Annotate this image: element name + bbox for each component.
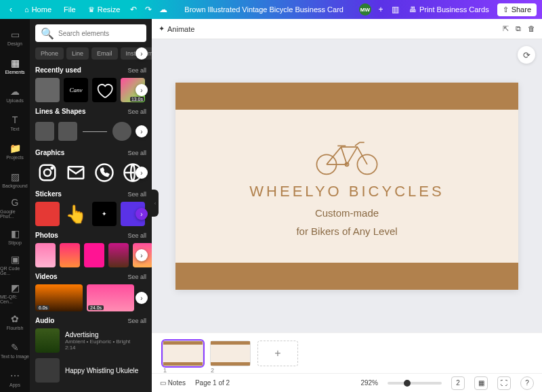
nav-stipop[interactable]: ◧Stipop: [0, 223, 30, 250]
business-card[interactable]: WHEELYO BICYCLES Custom-made for Bikers …: [175, 83, 518, 290]
chevron-left-icon[interactable]: ‹: [5, 4, 16, 15]
page-count-button[interactable]: 2: [451, 376, 465, 390]
add-page-button[interactable]: +: [257, 341, 298, 366]
video-thumb[interactable]: 6.0s: [35, 284, 83, 311]
section-audio-seeall[interactable]: See all: [127, 318, 146, 324]
audio-meta: Ambient • Euphoric • Bright: [65, 339, 130, 345]
nav-apps[interactable]: ⋯Apps: [0, 365, 30, 392]
zoom-slider-handle[interactable]: [404, 380, 411, 387]
export-icon[interactable]: ⇱: [503, 24, 509, 33]
search-box[interactable]: 🔍: [35, 24, 146, 42]
home-button[interactable]: ⌂Home: [20, 3, 56, 16]
nav-qr-code[interactable]: ▣QR Code Ge...: [0, 251, 30, 278]
sticker-pointer[interactable]: 👆: [64, 202, 88, 226]
photo-thumb[interactable]: [60, 243, 80, 267]
help-button[interactable]: ?: [520, 376, 534, 390]
notes-label: Notes: [168, 379, 186, 387]
section-lines-seeall[interactable]: See all: [127, 108, 146, 115]
canvas-stage[interactable]: ⟳ WHEELYO BICYCLES Custom-made for Biker…: [152, 39, 542, 332]
photo-thumb[interactable]: [84, 243, 104, 267]
animate-button[interactable]: ✦Animate: [159, 24, 194, 33]
shape-circle[interactable]: [112, 122, 131, 141]
search-input[interactable]: [58, 30, 144, 37]
lines-scroll-right[interactable]: ›: [136, 125, 148, 137]
sticker-sparkle[interactable]: ✦: [92, 202, 117, 226]
nav-label: Google Phot...: [0, 209, 30, 219]
nav-text-to-image[interactable]: ✎Text to Image: [0, 336, 30, 364]
recent-thumb[interactable]: [35, 78, 60, 102]
nav-uploads[interactable]: ☁Uploads: [0, 81, 30, 108]
nav-design[interactable]: ▭Design: [0, 24, 30, 51]
fullscreen-button[interactable]: ⛶: [497, 376, 511, 390]
nav-label: Text: [11, 127, 20, 131]
nav-text[interactable]: TText: [0, 110, 30, 137]
video-thumb[interactable]: 24.0s: [87, 284, 134, 311]
document-title[interactable]: Brown Illustrated Vintage Bicycle Busine…: [169, 5, 359, 14]
duplicate-page-icon[interactable]: ⧉: [516, 24, 521, 33]
chip-phone[interactable]: Phone: [35, 47, 64, 60]
bicycle-icon: [310, 135, 384, 176]
tti-icon: ✎: [11, 342, 19, 353]
audio-track[interactable]: AdvertisingAmbient • Euphoric • Bright2:…: [35, 328, 146, 353]
side-nav: ▭Design ▦Elements ☁Uploads TText 📁Projec…: [0, 19, 30, 392]
share-button[interactable]: ⇧Share: [497, 3, 537, 16]
section-audio-title: Audio: [35, 317, 54, 324]
graphic-email[interactable]: [64, 160, 88, 185]
undo-icon[interactable]: ↶: [128, 4, 139, 15]
shape-rounded[interactable]: [58, 122, 77, 141]
panel-collapse-handle[interactable]: ‹: [152, 190, 159, 217]
nav-me-qr[interactable]: ◩ME-QR: Cen...: [0, 280, 30, 307]
graphics-scroll-right[interactable]: ›: [136, 167, 148, 179]
recent-thumb[interactable]: Canv: [64, 78, 88, 102]
section-photos-seeall[interactable]: See all: [127, 232, 146, 239]
photo-thumb[interactable]: [35, 243, 56, 267]
print-button[interactable]: 🖶Print Business Cards: [405, 3, 493, 16]
recent-scroll-right[interactable]: ›: [136, 84, 148, 96]
avatar[interactable]: MW: [359, 3, 371, 16]
insights-icon[interactable]: ▥: [390, 4, 401, 15]
nav-elements[interactable]: ▦Elements: [0, 53, 30, 80]
section-stickers-seeall[interactable]: See all: [127, 191, 146, 198]
elements-panel: 🔍 Phone Line Email Instagram Fac... › Re…: [30, 19, 152, 392]
videos-scroll-right[interactable]: ›: [136, 292, 148, 304]
notes-button[interactable]: ▭ Notes: [160, 379, 186, 387]
chip-scroll-right[interactable]: ›: [136, 47, 148, 60]
nav-google-photos[interactable]: GGoogle Phot...: [0, 195, 30, 222]
photos-scroll-right[interactable]: ›: [136, 249, 148, 261]
nav-projects[interactable]: 📁Projects: [0, 138, 30, 165]
section-photos-title: Photos: [35, 232, 58, 239]
photo-thumb[interactable]: [108, 243, 129, 267]
chip-email[interactable]: Email: [91, 47, 118, 60]
section-recent-seeall[interactable]: See all: [127, 67, 146, 74]
section-graphics-title: Graphics: [35, 149, 64, 156]
shape-square[interactable]: [35, 122, 54, 141]
graphic-instagram[interactable]: [35, 160, 60, 185]
file-button[interactable]: File: [60, 3, 80, 16]
page-number: 1: [163, 367, 167, 374]
animate-label: Animate: [167, 25, 194, 33]
section-videos-seeall[interactable]: See all: [127, 274, 146, 280]
zoom-slider[interactable]: [388, 382, 442, 385]
graphic-phone[interactable]: [92, 160, 117, 185]
audio-track[interactable]: Happy Whistling Ukulele: [35, 358, 146, 383]
chip-line[interactable]: Line: [66, 47, 89, 60]
apps-icon: ⋯: [10, 370, 20, 381]
redo-icon[interactable]: ↷: [143, 4, 154, 15]
page-thumb-1[interactable]: 1: [163, 341, 203, 366]
section-recent-title: Recently used: [35, 66, 81, 74]
nav-flourish[interactable]: ✿Flourish: [0, 308, 30, 335]
sticker-thumb[interactable]: [35, 202, 60, 226]
regenerate-button[interactable]: ⟳: [518, 46, 535, 64]
add-collaborator-icon[interactable]: +: [375, 4, 386, 15]
shape-line[interactable]: [81, 119, 108, 144]
resize-button[interactable]: Resize: [84, 3, 125, 16]
grid-view-button[interactable]: ▦: [474, 376, 488, 390]
page-thumb-2[interactable]: 2: [210, 341, 251, 366]
recent-thumb[interactable]: [92, 78, 117, 102]
video-duration: 24.0s: [88, 305, 104, 310]
zoom-value[interactable]: 292%: [360, 379, 378, 387]
nav-background[interactable]: ▨Background: [0, 167, 30, 194]
section-graphics-seeall[interactable]: See all: [127, 150, 146, 156]
stickers-scroll-right[interactable]: ›: [136, 208, 148, 220]
delete-page-icon[interactable]: 🗑: [528, 24, 535, 33]
